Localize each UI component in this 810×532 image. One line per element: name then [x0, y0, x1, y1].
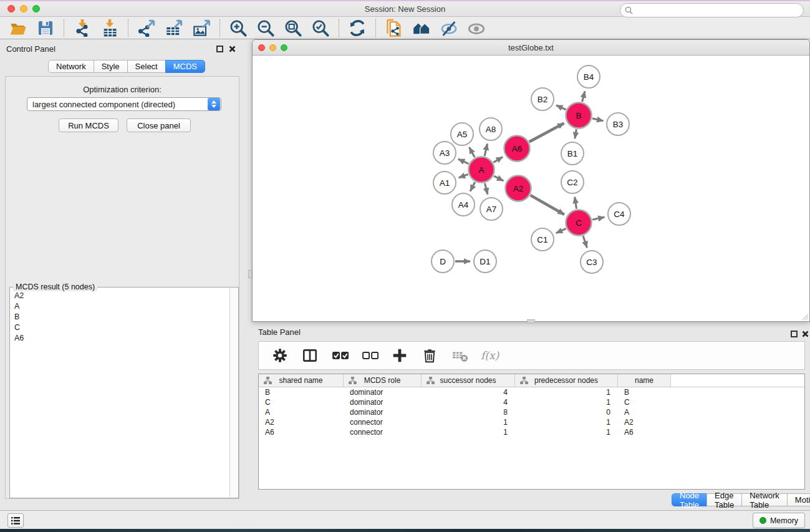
graph-node-B[interactable]: B — [566, 103, 592, 128]
cell-shared-name[interactable]: A6 — [259, 428, 344, 437]
open-file-icon[interactable] — [9, 19, 27, 37]
table-row-A6[interactable]: A6connector11A6 — [259, 427, 804, 437]
cell-MCDS-role[interactable]: dominator — [344, 408, 422, 417]
cell-predecessor-nodes[interactable]: 1 — [515, 418, 618, 427]
result-list-item[interactable]: A2 — [10, 290, 229, 301]
cell-shared-name[interactable]: C — [259, 398, 344, 407]
mcds-result-list[interactable]: A2ABCA6 — [10, 290, 229, 497]
cell-name[interactable]: B — [618, 388, 671, 397]
graph-node-A4[interactable]: A4 — [452, 193, 475, 216]
table-row-A[interactable]: Adominator80A — [259, 407, 804, 417]
criterion-dropdown[interactable]: largest connected component (directed) — [27, 97, 221, 111]
cell-shared-name[interactable]: A — [259, 408, 344, 417]
graph-node-A1[interactable]: A1 — [433, 172, 456, 194]
cell-successor-nodes[interactable]: 4 — [422, 388, 515, 397]
splitter-handle-left[interactable] — [248, 270, 252, 278]
graph-node-C2[interactable]: C2 — [561, 171, 584, 193]
zoom-fit-icon[interactable] — [284, 19, 302, 37]
graph-node-A2[interactable]: A2 — [506, 176, 531, 201]
search-input[interactable] — [635, 5, 803, 16]
graph-edge-C-C4[interactable] — [592, 217, 605, 220]
cell-MCDS-role[interactable]: dominator — [344, 398, 422, 407]
cell-successor-nodes[interactable]: 4 — [422, 398, 515, 407]
graph-edge-A-A6[interactable] — [493, 157, 503, 163]
cell-predecessor-nodes[interactable]: 1 — [515, 388, 618, 397]
export-network-icon[interactable] — [137, 19, 156, 37]
graph-edge-A-A4[interactable] — [470, 182, 475, 191]
graph-edge-B-B2[interactable] — [556, 105, 566, 110]
tab-style[interactable]: Style — [94, 60, 128, 73]
table-float-panel-icon[interactable] — [791, 331, 798, 337]
graph-node-A[interactable]: A — [469, 157, 494, 183]
graph-edge-A-A8[interactable] — [485, 143, 488, 156]
export-table-icon[interactable] — [165, 19, 183, 37]
cell-successor-nodes[interactable]: 1 — [422, 418, 515, 427]
graph-node-A3[interactable]: A3 — [433, 142, 456, 164]
close-panel-icon[interactable] — [229, 46, 236, 52]
unselect-all-rows-icon[interactable] — [361, 347, 378, 364]
graph-edge-B-B1[interactable] — [575, 129, 576, 138]
cell-name[interactable]: C — [618, 398, 671, 407]
graph-node-D1[interactable]: D1 — [474, 250, 496, 273]
graph-node-B4[interactable]: B4 — [577, 65, 600, 88]
zoom-out-icon[interactable] — [256, 19, 275, 37]
zoom-in-icon[interactable] — [229, 19, 248, 37]
table-row-C[interactable]: Cdominator41C — [259, 397, 804, 407]
column-browser-icon[interactable] — [301, 347, 319, 364]
zoom-selected-icon[interactable] — [311, 19, 330, 37]
result-list-item[interactable]: A6 — [10, 332, 229, 343]
tab-network-table[interactable]: Network Table — [741, 493, 788, 506]
function-builder-icon[interactable]: f(x) — [481, 349, 499, 362]
result-scrollbar[interactable] — [229, 288, 238, 497]
network-graph-canvas[interactable]: AA1A2A3A4A5A6A7A8BB1B2B3B4CC1C2C3C4DD1 — [253, 56, 809, 321]
close-panel-button[interactable]: Close panel — [127, 118, 191, 132]
graph-node-A6[interactable]: A6 — [504, 136, 530, 162]
export-image-icon[interactable] — [192, 19, 211, 37]
tab-select[interactable]: Select — [127, 60, 166, 73]
task-history-button[interactable] — [7, 513, 24, 528]
graph-edge-C-C2[interactable] — [575, 197, 577, 209]
delete-table-icon[interactable] — [451, 347, 468, 364]
float-panel-icon[interactable] — [216, 46, 223, 52]
save-session-icon[interactable] — [36, 19, 55, 37]
table-row-A2[interactable]: A2connector11A2 — [259, 417, 804, 427]
import-network-icon[interactable] — [73, 19, 92, 37]
graph-edge-A-A5[interactable] — [469, 147, 475, 157]
column-header-name[interactable]: name — [618, 374, 671, 387]
graph-node-B2[interactable]: B2 — [531, 88, 554, 110]
style-bypass-icon[interactable] — [440, 19, 458, 37]
tab-mcds[interactable]: MCDS — [165, 60, 205, 73]
graph-edge-B-B3[interactable] — [592, 118, 604, 121]
cell-predecessor-nodes[interactable]: 1 — [515, 398, 618, 407]
result-list-item[interactable]: C — [10, 322, 229, 332]
tab-node-table[interactable]: Node Table — [672, 493, 707, 506]
cell-predecessor-nodes[interactable]: 1 — [515, 428, 618, 437]
run-mcds-button[interactable]: Run MCDS — [59, 118, 118, 132]
cell-MCDS-role[interactable]: dominator — [344, 388, 422, 397]
graph-edge-A-A3[interactable] — [458, 159, 469, 164]
table-row-B[interactable]: Bdominator41B — [259, 387, 804, 397]
graph-edge-C-C1[interactable] — [556, 228, 566, 233]
resize-grip-icon[interactable] — [800, 312, 809, 321]
cell-name[interactable]: A — [618, 408, 671, 417]
graph-node-A8[interactable]: A8 — [480, 118, 502, 140]
cell-successor-nodes[interactable]: 1 — [422, 428, 515, 437]
cell-predecessor-nodes[interactable]: 0 — [515, 408, 618, 417]
graph-edge-C-C3[interactable] — [583, 236, 587, 248]
cell-MCDS-role[interactable]: connector — [344, 418, 422, 427]
column-header-MCDS-role[interactable]: MCDS role — [344, 374, 422, 387]
memory-button[interactable]: Memory — [753, 513, 805, 528]
delete-columns-icon[interactable] — [421, 347, 438, 364]
graph-node-B3[interactable]: B3 — [607, 113, 629, 135]
refresh-view-icon[interactable] — [348, 19, 367, 37]
cell-shared-name[interactable]: B — [259, 388, 344, 397]
show-graphics-details-icon[interactable] — [467, 19, 486, 37]
cell-shared-name[interactable]: A2 — [259, 418, 344, 427]
attribute-settings-icon[interactable] — [271, 347, 289, 364]
result-list-item[interactable]: B — [10, 311, 229, 322]
graph-node-A7[interactable]: A7 — [480, 198, 503, 220]
graph-edge-A-A7[interactable] — [485, 183, 488, 195]
open-session-icon[interactable] — [385, 19, 403, 37]
splitter-handle-bottom[interactable] — [527, 319, 535, 323]
table-close-panel-icon[interactable] — [802, 331, 809, 337]
